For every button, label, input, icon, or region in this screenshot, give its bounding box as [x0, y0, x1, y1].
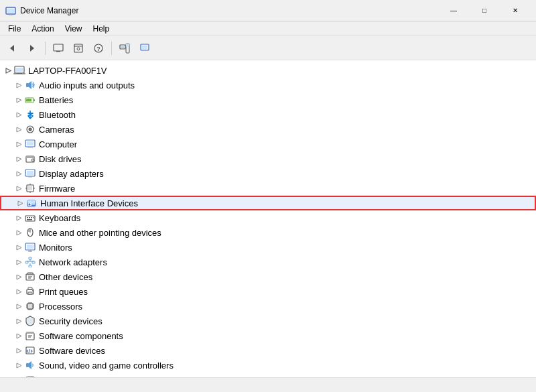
tree-node-other[interactable]: Other devices — [0, 269, 536, 284]
processor-icon — [24, 300, 36, 312]
expand-icon-other[interactable] — [13, 271, 24, 282]
expand-icon-security[interactable] — [13, 316, 24, 326]
tree-node-network[interactable]: Network adapters — [0, 255, 536, 269]
tree-node-monitors[interactable]: Monitors — [0, 240, 536, 255]
toolbar-scan-btn[interactable] — [115, 39, 134, 58]
menu-view[interactable]: View — [60, 23, 88, 35]
software-comp-label: Software components — [39, 331, 123, 341]
toolbar-monitor-btn[interactable] — [135, 39, 154, 58]
svg-point-95 — [32, 290, 34, 291]
expand-icon-print[interactable] — [13, 286, 24, 297]
bluetooth-label: Bluetooth — [39, 110, 76, 120]
tree-node-cameras[interactable]: Cameras — [0, 122, 536, 137]
svg-rect-30 — [34, 99, 35, 101]
svg-rect-48 — [28, 176, 32, 178]
svg-marker-91 — [17, 289, 21, 294]
tree-node-software-comp[interactable]: Software components — [0, 328, 536, 343]
toolbar-display-btn[interactable] — [49, 39, 68, 58]
expand-icon-sound[interactable] — [13, 360, 24, 371]
expand-icon-audio[interactable] — [13, 80, 24, 90]
svg-rect-2 — [9, 14, 13, 15]
expand-icon-cameras[interactable] — [13, 124, 24, 135]
menu-file[interactable]: File — [3, 23, 26, 35]
svg-rect-5 — [54, 44, 63, 51]
audio-label: Audio inputs and outputs — [39, 80, 135, 90]
expand-icon-bluetooth[interactable] — [13, 109, 24, 120]
tree-node-sound[interactable]: Sound, video and game controllers — [0, 358, 536, 373]
svg-rect-60 — [31, 204, 35, 204]
tree-node-storage[interactable]: Storage controllers — [0, 373, 536, 377]
toolbar: ? — [0, 36, 536, 60]
expand-icon-mice[interactable] — [13, 227, 24, 238]
tree-node-disk[interactable]: Disk drives — [0, 151, 536, 166]
menu-action[interactable]: Action — [26, 23, 59, 35]
close-button[interactable]: ✕ — [500, 0, 531, 21]
device-tree[interactable]: LAPTOP-FFA00F1V Audio inputs and outputs — [0, 60, 536, 377]
svg-rect-61 — [31, 205, 35, 206]
toolbar-sep-2 — [111, 42, 112, 55]
tree-node-software-dev[interactable]: Software devices — [0, 343, 536, 358]
back-button[interactable] — [3, 39, 21, 58]
tree-node-keyboards[interactable]: Keyboards — [0, 210, 536, 225]
forward-button[interactable] — [23, 39, 42, 58]
main-area: LAPTOP-FFA00F1V Audio inputs and outputs — [0, 60, 536, 377]
tree-node-batteries[interactable]: Batteries — [0, 92, 536, 107]
toolbar-help-btn[interactable]: ? — [89, 39, 108, 58]
expand-icon-processors[interactable] — [13, 301, 24, 312]
expand-icon-keyboards[interactable] — [13, 212, 24, 223]
menu-bar: File Action View Help — [0, 21, 536, 36]
tree-node-processors[interactable]: Processors — [0, 299, 536, 314]
svg-rect-94 — [28, 292, 32, 294]
tree-node-firmware[interactable]: Firmware — [0, 181, 536, 196]
computer-icon — [24, 138, 36, 150]
expand-icon-software-dev[interactable] — [13, 345, 24, 356]
tree-node-display[interactable]: Display adapters — [0, 166, 536, 181]
svg-rect-29 — [26, 99, 31, 102]
expand-icon-display[interactable] — [13, 168, 24, 179]
svg-marker-31 — [17, 113, 21, 117]
expand-icon-network[interactable] — [13, 257, 24, 267]
computer-label: Computer — [39, 139, 77, 149]
toolbar-properties-btn[interactable] — [69, 39, 88, 58]
expand-icon-monitors[interactable] — [13, 242, 24, 253]
svg-rect-25 — [26, 83, 29, 87]
expand-icon-firmware[interactable] — [13, 183, 24, 194]
other-label: Other devices — [39, 272, 92, 282]
expand-icon-software-comp[interactable] — [13, 330, 24, 341]
svg-rect-93 — [28, 287, 32, 289]
maximize-button[interactable]: □ — [469, 0, 500, 21]
svg-rect-113 — [26, 333, 34, 340]
audio-icon — [24, 79, 36, 91]
tree-node-computer[interactable]: Computer — [0, 137, 536, 151]
menu-help[interactable]: Help — [88, 23, 115, 35]
keyboard-icon — [24, 212, 36, 224]
firmware-label: Firmware — [39, 184, 75, 194]
svg-marker-112 — [17, 334, 21, 338]
svg-marker-45 — [17, 172, 21, 176]
svg-marker-26 — [29, 81, 31, 89]
tree-node-audio[interactable]: Audio inputs and outputs — [0, 78, 536, 92]
tree-node-bluetooth[interactable]: Bluetooth — [0, 107, 536, 122]
minimize-button[interactable]: — — [438, 0, 469, 21]
svg-point-44 — [33, 160, 34, 161]
software-dev-icon — [24, 344, 36, 356]
svg-rect-13 — [121, 46, 124, 48]
svg-rect-71 — [28, 229, 30, 232]
expand-icon-batteries[interactable] — [13, 94, 24, 105]
svg-marker-49 — [17, 186, 21, 191]
svg-marker-69 — [17, 231, 21, 235]
svg-point-59 — [29, 204, 31, 206]
tree-node-mice[interactable]: Mice and other pointing devices — [0, 225, 536, 240]
tree-root-node[interactable]: LAPTOP-FFA00F1V — [0, 63, 536, 78]
expand-icon-disk[interactable] — [13, 153, 24, 164]
tree-node-security[interactable]: Security devices — [0, 314, 536, 328]
expand-icon-root[interactable] — [3, 65, 13, 76]
tree-node-hid[interactable]: Human Interface Devices — [0, 196, 536, 210]
tree-node-print[interactable]: Print queues — [0, 284, 536, 299]
expand-icon-hid[interactable] — [15, 198, 25, 208]
expand-icon-computer[interactable] — [13, 139, 24, 149]
svg-rect-1 — [7, 9, 14, 13]
svg-marker-111 — [17, 319, 21, 324]
root-label: LAPTOP-FFA00F1V — [28, 66, 107, 76]
window-controls: — □ ✕ — [438, 0, 531, 21]
